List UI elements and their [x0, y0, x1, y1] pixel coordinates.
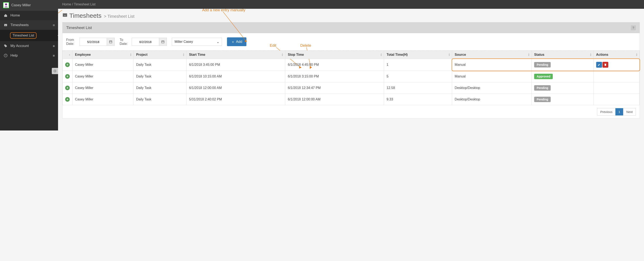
page-subtitle: > Timesheet List — [103, 14, 134, 19]
main: Home / Timesheet List Timesheets > Times… — [58, 0, 644, 130]
sort-icon: ▲ — [68, 54, 70, 56]
cell-employee: Casey Miller — [72, 59, 134, 71]
cell-actions — [594, 94, 640, 105]
cell-start: 6/1/2018 12:00:00 AM — [186, 82, 285, 94]
svg-rect-17 — [162, 41, 164, 43]
sort-icon: ▲▼ — [636, 53, 638, 56]
pager-page-1[interactable]: 1 — [616, 108, 623, 116]
filter-row: From Date: To Date: — [62, 33, 640, 50]
col-expand[interactable]: ▲ — [63, 51, 72, 59]
expand-icon: ⊞ — [53, 54, 55, 57]
sidebar-item-home[interactable]: Home — [0, 11, 58, 20]
inbox-icon — [3, 23, 8, 27]
inbox-icon — [62, 12, 68, 18]
to-date-label: To Date: — [120, 38, 130, 46]
pager-next[interactable]: Next — [623, 108, 636, 116]
cell-expand: + — [63, 94, 72, 105]
sidebar-item-label: Home — [10, 13, 20, 18]
from-date-picker-button[interactable] — [107, 38, 115, 46]
from-date-group: From Date: — [66, 38, 115, 46]
cell-stop: 6/1/2018 4:45:00 PM — [285, 59, 384, 71]
cell-actions — [594, 59, 640, 71]
tag-icon — [3, 44, 8, 48]
col-stop[interactable]: Stop Time▲▼ — [285, 51, 384, 59]
pager: Previous 1 Next — [62, 105, 640, 118]
from-date-input[interactable] — [80, 38, 107, 46]
cell-start: 5/31/2018 2:40:02 PM — [186, 94, 285, 105]
to-date-input[interactable] — [132, 38, 159, 46]
cell-status: Pending — [532, 59, 594, 71]
cell-status: Pending — [532, 82, 594, 94]
user-name: Casey Miller — [11, 3, 31, 7]
sidebar-subitem-timesheet-list[interactable]: Timesheet List — [0, 30, 58, 41]
cell-expand: + — [63, 59, 72, 71]
col-employee[interactable]: Employee▲▼ — [72, 51, 134, 59]
cell-status: Pending — [532, 94, 594, 105]
timesheet-table: ▲ Employee▲▼ Project▲▼ Start Time▲▼ Stop… — [62, 50, 640, 105]
cell-actions — [594, 82, 640, 94]
status-badge: Pending — [534, 85, 551, 90]
help-icon: ? — [3, 53, 8, 58]
content: Timesheets > Timesheet List Add a new en… — [58, 9, 644, 130]
plus-icon: ＋ — [231, 40, 235, 44]
breadcrumb-current: Timesheet List — [74, 2, 96, 6]
to-date-group: To Date: — [120, 38, 167, 46]
employee-select[interactable]: Miller Casey ⌄ — [172, 38, 222, 46]
sidebar-item-help[interactable]: ? Help ⊞ — [0, 51, 58, 60]
panel: Timesheet List ? From Date: — [62, 22, 640, 118]
help-button[interactable]: ? — [631, 25, 636, 30]
annotation-add: Add a new entry manually — [202, 9, 245, 12]
expand-row-button[interactable]: + — [65, 62, 70, 67]
sort-icon: ▲▼ — [182, 53, 184, 56]
col-source[interactable]: Source▲▼ — [452, 51, 532, 59]
svg-text:?: ? — [5, 54, 6, 57]
cell-stop: 6/1/2018 3:15:00 PM — [285, 71, 384, 82]
edit-button[interactable] — [596, 62, 602, 68]
chevron-down-icon: ⌄ — [216, 40, 219, 44]
sidebar-item-my-account[interactable]: My Account ⊞ — [0, 41, 58, 51]
breadcrumb: Home / Timesheet List — [58, 0, 644, 9]
svg-rect-13 — [110, 41, 112, 43]
cell-project: Daily Task — [134, 71, 186, 82]
cell-actions — [594, 71, 640, 82]
svg-point-1 — [4, 45, 5, 45]
cell-project: Daily Task — [134, 59, 186, 71]
expand-row-button[interactable]: + — [65, 74, 70, 79]
cell-project: Daily Task — [134, 82, 186, 94]
pager-prev[interactable]: Previous — [597, 108, 616, 116]
sidebar-subitem-label: Timesheet List — [10, 32, 36, 39]
cell-expand: + — [63, 71, 72, 82]
breadcrumb-home[interactable]: Home — [62, 2, 71, 6]
expand-row-button[interactable]: + — [65, 86, 70, 90]
cell-source: Manual — [452, 71, 532, 82]
sidebar-item-timesheets[interactable]: Timesheets ⊟ — [0, 20, 58, 30]
sidebar-item-label: My Account — [10, 44, 29, 48]
sidebar-collapse-button[interactable] — [52, 68, 58, 74]
cell-source: Desktop/Desktop — [452, 82, 532, 94]
table-header-row: ▲ Employee▲▼ Project▲▼ Start Time▲▼ Stop… — [63, 51, 640, 59]
chevron-left-icon — [53, 69, 56, 73]
add-button-label: Add — [236, 40, 242, 44]
col-actions[interactable]: Actions▲▼ — [594, 51, 640, 59]
sort-icon: ▲▼ — [590, 53, 592, 56]
expand-row-button[interactable]: + — [65, 97, 70, 102]
cell-source: Manual — [452, 59, 532, 71]
sort-icon: ▲▼ — [281, 53, 283, 56]
collapse-icon: ⊟ — [53, 24, 55, 26]
sidebar-item-label: Help — [10, 54, 18, 58]
col-project[interactable]: Project▲▼ — [134, 51, 186, 59]
page-title-row: Timesheets > Timesheet List — [62, 12, 640, 19]
cell-project: Daily Task — [134, 94, 186, 105]
to-date-picker-button[interactable] — [159, 38, 167, 46]
add-button[interactable]: ＋ Add — [227, 38, 246, 46]
cell-stop: 6/1/2018 12:34:47 PM — [285, 82, 384, 94]
svg-line-5 — [58, 10, 62, 16]
col-total[interactable]: Total Time(H)▲▼ — [384, 51, 452, 59]
cell-employee: Casey Miller — [72, 71, 134, 82]
cell-source: Desktop/Desktop — [452, 94, 532, 105]
status-badge: Pending — [534, 62, 551, 68]
delete-button[interactable] — [602, 62, 608, 68]
status-badge: Approved — [534, 74, 553, 79]
col-start[interactable]: Start Time▲▼ — [186, 51, 285, 59]
col-status[interactable]: Status▲▼ — [532, 51, 594, 59]
